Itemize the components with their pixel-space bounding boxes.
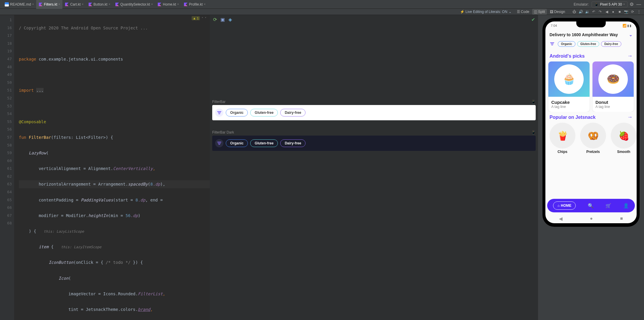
line-number-gutter: 1161718194748495051525354555657585960616…	[0, 15, 14, 320]
screenshot-button[interactable]: 📷	[623, 10, 629, 14]
tab-label: QuantitySelector.kt	[120, 2, 150, 6]
tab-profile[interactable]: Profile.kt ×	[181, 0, 208, 9]
delivery-header[interactable]: Delivery to 1600 Amphitheater Way ⌄	[545, 28, 637, 40]
close-icon[interactable]: ×	[623, 3, 625, 6]
card-subtitle: A tag line	[595, 105, 631, 109]
cupcake-image: 🧁	[554, 64, 584, 94]
close-icon[interactable]: ×	[59, 3, 60, 6]
app-filter-row: Organic Gluten-free Dairy-free	[545, 40, 637, 51]
close-icon[interactable]: ×	[32, 3, 34, 6]
volume-down-button[interactable]: 🔉	[585, 10, 590, 14]
system-overview-button[interactable]: ■	[620, 216, 623, 221]
phone-screen[interactable]: 7:04 📶▮▮ Delivery to 1600 Amphitheater W…	[545, 21, 637, 223]
nav-label: HOME	[561, 204, 571, 208]
tab-readme[interactable]: README.md ×	[2, 0, 36, 9]
home-button[interactable]: ●	[610, 10, 616, 14]
popular-item-smoothie[interactable]: 🍓Smooth	[611, 123, 637, 154]
more-icon[interactable]: ⋮	[636, 10, 642, 14]
minimize-icon[interactable]: —	[636, 1, 642, 7]
filter-list-icon[interactable]	[215, 139, 223, 147]
rotate-right-button[interactable]: ↷	[597, 10, 603, 14]
interactive-preview-icon[interactable]: ◈	[228, 17, 233, 22]
split-mode-button[interactable]: ◫Split	[532, 9, 547, 15]
home-icon: ⌂	[557, 204, 560, 208]
mode-label: Code	[521, 10, 530, 14]
preview-filterbar-light[interactable]: Organic Gluten-free Dairy-free	[212, 105, 536, 120]
design-mode-button[interactable]: 🖼Design	[548, 9, 567, 15]
emulator-selector[interactable]: 📱 Pixel 5 API 30 ×	[592, 1, 628, 7]
status-time: 7:04	[551, 24, 557, 28]
snack-card-cupcake[interactable]: 🧁 CupcakeA tag line	[548, 61, 590, 112]
chip-dairy-free[interactable]: Dairy-free	[280, 109, 306, 116]
kotlin-file-icon	[88, 2, 92, 6]
chip-dairy-free[interactable]: Dairy-free	[601, 41, 621, 47]
code-mode-button[interactable]: ☰Code	[515, 9, 531, 15]
markdown-file-icon	[5, 2, 9, 6]
close-icon[interactable]: ×	[151, 3, 153, 6]
popular-label: Pretzels	[586, 150, 600, 154]
system-back-button[interactable]: ◀	[559, 216, 562, 221]
chip-organic[interactable]: Organic	[226, 139, 248, 147]
chip-gluten-free[interactable]: Gluten-free	[250, 139, 278, 147]
live-edit-label: Live Editing of Literals: ON	[466, 10, 507, 14]
tab-home[interactable]: Home.kt ×	[155, 0, 181, 9]
preview-label-light: FilterBar	[212, 100, 225, 104]
device-icon[interactable]: 📱	[531, 130, 536, 134]
close-icon[interactable]: ×	[109, 3, 110, 6]
live-edit-toggle[interactable]: ⚡ Live Editing of Literals: ON ⌄	[460, 10, 512, 14]
chevron-up-icon[interactable]: ˄	[202, 17, 203, 20]
gear-icon[interactable]: ⚙	[629, 1, 635, 7]
close-icon[interactable]: ×	[177, 3, 179, 6]
power-button[interactable]: ⏻	[572, 10, 577, 14]
editor-mode-bar: ⚡ Live Editing of Literals: ON ⌄ ☰Code ◫…	[0, 9, 644, 15]
tab-button[interactable]: Button.kt ×	[86, 0, 113, 9]
profile-icon[interactable]: 👤	[623, 203, 629, 209]
close-icon[interactable]: ×	[82, 3, 84, 6]
chip-gluten-free[interactable]: Gluten-free	[577, 41, 599, 47]
signal-icon: ▮	[627, 24, 629, 28]
close-icon[interactable]: ×	[204, 3, 206, 6]
chip-dairy-free[interactable]: Dairy-free	[280, 139, 306, 147]
compose-preview-pane: ⟳ ▣ ◈ ✔ FilterBar📱 Organic Gluten-free D…	[210, 15, 538, 320]
refresh-icon[interactable]: ⟳	[212, 17, 218, 22]
code-editor[interactable]: 1161718194748495051525354555657585960616…	[0, 15, 210, 320]
tab-quantity-selector[interactable]: QuantitySelector.kt ×	[113, 0, 155, 9]
search-icon[interactable]: 🔍	[588, 203, 594, 209]
mode-label: Split	[538, 10, 545, 14]
popular-item-pretzels[interactable]: 🥨Pretzels	[580, 123, 606, 154]
tab-filters[interactable]: Filters.kt ×	[36, 0, 62, 9]
snack-card-donut[interactable]: 🍩 DonutA tag line	[592, 61, 634, 112]
check-icon: ✔	[531, 17, 535, 22]
filter-list-icon[interactable]	[215, 109, 223, 117]
filter-list-icon[interactable]	[548, 40, 556, 48]
chip-organic[interactable]: Organic	[226, 109, 248, 116]
cart-icon[interactable]: 🛒	[605, 203, 611, 209]
popular-label: Chips	[557, 150, 567, 154]
code-content[interactable]: / Copyright 2020 The Android Open Source…	[14, 15, 210, 320]
chips-image: 🍟	[550, 123, 575, 149]
design-icon: 🖼	[550, 10, 553, 14]
bolt-icon: ⚡	[460, 10, 464, 14]
chip-gluten-free[interactable]: Gluten-free	[250, 109, 278, 116]
refresh-button[interactable]: ⟳	[630, 10, 635, 14]
system-home-button[interactable]: ●	[590, 216, 593, 221]
emulator-pane: 7:04 📶▮▮ Delivery to 1600 Amphitheater W…	[538, 15, 644, 320]
tab-label: Home.kt	[163, 2, 176, 6]
popular-item-chips[interactable]: 🍟Chips	[550, 123, 575, 154]
overview-button[interactable]: ■	[617, 10, 622, 14]
arrow-right-icon[interactable]: →	[627, 114, 633, 120]
preview-filterbar-dark[interactable]: Organic Gluten-free Dairy-free	[212, 136, 536, 151]
nav-home-button[interactable]: ⌂HOME	[553, 201, 576, 210]
device-icon[interactable]: 📱	[531, 100, 536, 104]
arrow-right-icon[interactable]: →	[627, 53, 633, 59]
volume-up-button[interactable]: 🔊	[578, 10, 583, 14]
tab-cart[interactable]: Cart.kt ×	[62, 0, 86, 9]
deploy-preview-icon[interactable]: ▣	[220, 17, 225, 22]
editor-tab-bar: README.md × Filters.kt × Cart.kt × Butto…	[0, 0, 644, 9]
chip-organic[interactable]: Organic	[558, 41, 575, 47]
rotate-left-button[interactable]: ↶	[591, 10, 596, 14]
warning-badge[interactable]: ▲ 1	[192, 16, 200, 20]
code-icon: ☰	[517, 10, 520, 14]
back-button[interactable]: ◀	[604, 10, 609, 14]
chevron-down-icon[interactable]: ˅	[205, 17, 206, 20]
